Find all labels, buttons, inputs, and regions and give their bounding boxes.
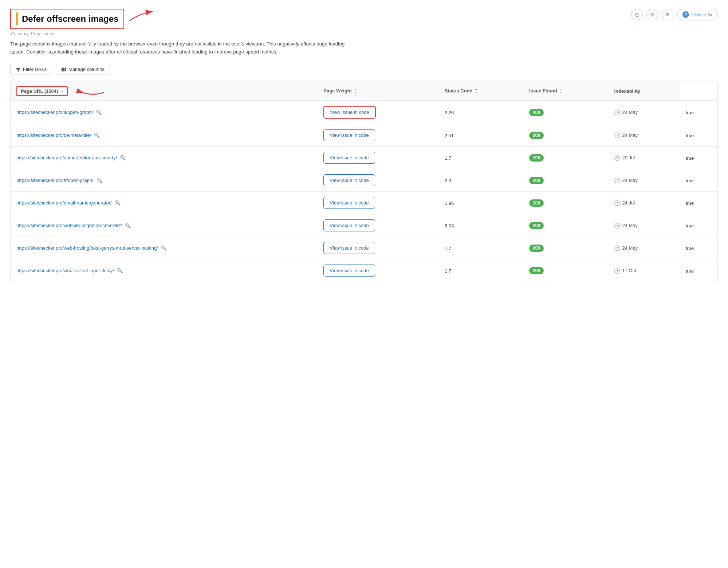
indexability-value: true [686, 246, 694, 251]
view-issue-button[interactable]: View issue in code [323, 197, 375, 209]
page-weight-cell: 1.7 [439, 147, 523, 169]
page-url-link[interactable]: https://sitechecker.pro/it/open-graph/ [16, 109, 93, 116]
status-badge: 200 [529, 154, 544, 162]
how-to-fix-label: How-to fix [691, 12, 712, 17]
page-url-link[interactable]: https://sitechecker.pro/de/meta-title/ [16, 132, 91, 139]
view-issue-button[interactable]: View issue in code [323, 152, 375, 164]
ignore-button[interactable]: ⊘ [646, 9, 658, 20]
column-header-indexability[interactable]: Indexability [608, 82, 680, 101]
title-area: Defer offscreen images [10, 9, 158, 29]
issue-found-value: 🕐24 May [614, 223, 674, 229]
issue-found-cell: 🕐24 May [608, 237, 680, 259]
clock-icon: 🕐 [614, 132, 620, 138]
view-issue-cell: View issue in code [318, 259, 439, 282]
page-description: The page contains images that are fully … [10, 40, 360, 56]
status-badge: 200 [529, 267, 544, 274]
issue-found-cell: 🕐24 Jul [608, 192, 680, 214]
page-url-link[interactable]: https://sitechecker.pro/web-hosting/best… [16, 245, 158, 251]
view-issue-button[interactable]: View issue in code [323, 129, 375, 141]
clock-icon: 🕐 [614, 268, 620, 274]
issue-found-cell: 🕐20 Jul [608, 147, 680, 169]
indexability-cell: true [680, 214, 717, 237]
page-url-link[interactable]: https://sitechecker.pro/what-is-first-in… [16, 267, 114, 274]
indexability-cell: true [680, 124, 717, 147]
view-issue-button[interactable]: View issue in code [323, 265, 375, 277]
status-code-cell: 200 [523, 259, 608, 282]
page-header: Defer offscreen images ⊙ ⊘ ≡ ? How-to fi… [10, 9, 718, 29]
page-url-link[interactable]: https://sitechecker.pro/fr/open-graph/ [16, 177, 94, 184]
status-badge: 200 [529, 222, 544, 229]
table-row: https://sitechecker.pro/what-is-first-in… [11, 259, 717, 282]
page-url-link[interactable]: https://sitechecker.pro/author/editor-an… [16, 155, 117, 161]
url-cell: https://sitechecker.pro/fr/open-graph/ 🔍 [11, 169, 318, 192]
page-weight-value: 1.7 [445, 155, 451, 161]
table-row: https://sitechecker.pro/de/meta-title/ 🔍… [11, 124, 717, 147]
indexability-value: true [686, 155, 694, 161]
column-header-page-weight[interactable]: Page Weight ▲▼ [318, 82, 439, 101]
search-icon[interactable]: 🔍 [125, 223, 131, 228]
page-url-link[interactable]: https://sitechecker.pro/website-migratio… [16, 222, 122, 229]
page-weight-cell: 1.7 [439, 259, 523, 282]
filter-button[interactable]: ≡ [662, 9, 673, 20]
page-weight-value: 1.96 [445, 200, 454, 206]
search-icon[interactable]: 🔍 [97, 178, 102, 183]
search-icon[interactable]: 🔍 [115, 200, 121, 206]
search-icon[interactable]: 🔍 [161, 245, 167, 251]
issue-found-cell: 🕐24 May [608, 101, 680, 124]
col-arrow-annotation [82, 87, 111, 98]
search-icon[interactable]: 🔍 [96, 110, 102, 115]
status-code-cell: 200 [523, 169, 608, 192]
page-weight-value: 1.7 [445, 268, 451, 274]
column-header-issue-found[interactable]: Issue Found ▲▼ [523, 82, 608, 101]
filter-urls-button[interactable]: Filter URLs [10, 64, 52, 75]
indexability-value: true [686, 133, 694, 138]
page-weight-value: 2.51 [445, 133, 454, 138]
page-weight-cell: 2.3 [439, 169, 523, 192]
indexability-cell: true [680, 169, 717, 192]
page-weight-cell: 1.96 [439, 192, 523, 214]
view-issue-cell: View issue in code [318, 169, 439, 192]
search-icon[interactable]: 🔍 [117, 268, 123, 273]
issue-found-value: 🕐17 Oct [614, 268, 674, 274]
filter-icon: ≡ [666, 11, 670, 19]
search-icon[interactable]: 🔍 [94, 132, 100, 138]
filter-icon [16, 67, 21, 72]
page-weight-value: 1.7 [445, 246, 451, 251]
manage-columns-button[interactable]: Manage columns [56, 64, 110, 75]
view-issue-cell: View issue in code [318, 124, 439, 147]
view-issue-button[interactable]: View issue in code [323, 242, 375, 254]
indexability-value: true [686, 223, 694, 229]
view-issue-cell: View issue in code [318, 237, 439, 259]
url-cell: https://sitechecker.pro/it/open-graph/ 🔍 [11, 101, 318, 124]
view-issue-button[interactable]: View issue in code [323, 219, 375, 231]
sort-icon-status-code: ▲▼ [475, 88, 477, 94]
search-icon[interactable]: 🔍 [120, 155, 126, 160]
page-url-link[interactable]: https://sitechecker.pro/email-name-gener… [16, 200, 112, 206]
how-to-fix-button[interactable]: ? How-to fix [677, 9, 718, 20]
page-weight-value: 6.03 [445, 223, 454, 229]
clock-icon: 🕐 [614, 178, 620, 183]
status-badge: 200 [529, 199, 544, 207]
view-issue-button[interactable]: View issue in code [323, 106, 375, 119]
svg-rect-2 [65, 67, 66, 71]
sort-arrow-icon: ⌄ [60, 89, 63, 94]
scan-button[interactable]: ⊙ [631, 9, 643, 20]
url-cell: https://sitechecker.pro/what-is-first-in… [11, 259, 318, 282]
indexability-cell: true [680, 259, 717, 282]
page-weight-value: 2.3 [445, 178, 451, 183]
header-actions: ⊙ ⊘ ≡ ? How-to fix [631, 9, 718, 20]
table-header-row: Page URL (1504) ⌄ [11, 82, 717, 101]
column-header-status-code[interactable]: Status Code ▲▼ [439, 82, 523, 101]
table-row: https://sitechecker.pro/author/editor-an… [11, 147, 717, 169]
view-issue-button[interactable]: View issue in code [323, 174, 375, 186]
column-header-url[interactable]: Page URL (1504) ⌄ [11, 82, 318, 101]
status-badge: 200 [529, 245, 544, 252]
manage-columns-label: Manage columns [68, 67, 105, 72]
sort-icon-page-weight: ▲▼ [354, 88, 357, 94]
title-box: Defer offscreen images [10, 9, 124, 29]
clock-icon: 🕐 [614, 223, 620, 229]
issue-found-value: 🕐24 May [614, 110, 674, 115]
url-cell: https://sitechecker.pro/de/meta-title/ 🔍 [11, 124, 318, 147]
issue-found-value: 🕐24 May [614, 178, 674, 183]
status-code-cell: 200 [523, 124, 608, 147]
